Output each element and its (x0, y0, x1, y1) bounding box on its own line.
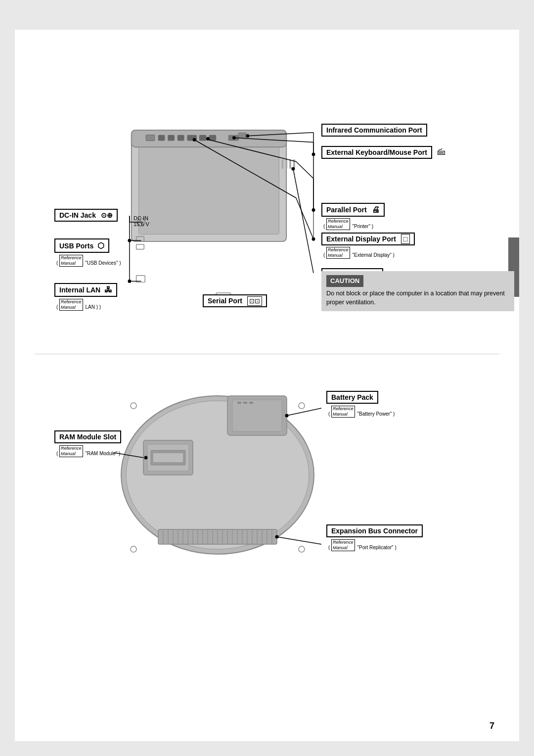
svg-rect-19 (285, 159, 287, 169)
label-usb-container: USB Ports ⬡ ( ReferenceManual "USB Devic… (54, 238, 121, 267)
svg-point-95 (275, 535, 279, 539)
label-serial: Serial Port ⊡⊡ (203, 294, 267, 307)
svg-point-87 (299, 403, 305, 409)
dc-in-text: DC-IN Jack (59, 211, 96, 219)
bottom-diagram-svg (114, 381, 321, 569)
svg-point-32 (312, 152, 315, 156)
caution-title: CAUTION (326, 275, 363, 287)
expansion-ref-text: "Port Replicator" (357, 545, 393, 550)
section-divider (35, 354, 499, 354)
expansion-text: Expansion Bus Connector (331, 527, 418, 535)
ram-text: RAM Module Slot (59, 433, 116, 441)
label-parallel: Parallel Port 🖨 (321, 203, 385, 217)
svg-rect-18 (281, 159, 283, 169)
caution-text: Do not block or place the computer in a … (326, 289, 509, 308)
svg-point-38 (312, 237, 315, 241)
svg-point-26 (232, 136, 236, 140)
keyboard-text: External Keyboard/Mouse Port (326, 148, 427, 156)
battery-text: Battery Pack (331, 393, 373, 401)
ref-icon-usb: ReferenceManual (59, 255, 83, 267)
parallel-ref-note: ( ReferenceManual "Printer" ) (323, 218, 385, 230)
label-infrared: Infrared Communication Port (321, 124, 427, 137)
display-text: External Display Port (326, 235, 396, 243)
usb-text: USB Ports (59, 242, 93, 250)
label-expansion-container: Expansion Bus Connector ( ReferenceManua… (326, 524, 423, 551)
svg-rect-11 (146, 135, 155, 141)
svg-rect-54 (232, 400, 282, 431)
lan-ref-note: ( ReferenceManual LAN ) ) (56, 299, 117, 311)
caution-box: CAUTION Do not block or place the comput… (321, 271, 514, 311)
lan-ref-text: LAN ) (85, 304, 98, 310)
ref-icon-ram: ReferenceManual (59, 445, 83, 457)
svg-rect-57 (249, 402, 253, 404)
ref-icon-display: ReferenceManual (326, 247, 350, 259)
lan-icon: 🖧 (104, 285, 112, 294)
svg-line-90 (287, 408, 321, 416)
lan-text: Internal LAN (59, 286, 100, 294)
page-number: 7 (490, 721, 494, 731)
svg-rect-8 (178, 135, 184, 141)
label-ram-container: RAM Module Slot ( ReferenceManual "RAM M… (54, 430, 121, 457)
label-parallel-container: Parallel Port 🖨 ( ReferenceManual "Print… (321, 203, 385, 230)
parallel-text: Parallel Port (326, 206, 367, 214)
expansion-ref-note: ( ReferenceManual "Port Replicator" ) (328, 539, 423, 551)
svg-line-28 (296, 162, 313, 179)
keyboard-icon: 🖮 (437, 147, 446, 157)
svg-point-41 (291, 167, 295, 171)
svg-point-23 (246, 134, 249, 138)
ref-icon-expansion: ReferenceManual (331, 539, 355, 551)
dc-voltage-label: DC IN15.6 V (134, 215, 149, 227)
label-dc-in: DC-IN Jack ⊙⊕ (54, 209, 118, 222)
display-ref-note: ( ReferenceManual "External Display" ) (323, 247, 415, 259)
label-lan-container: Internal LAN 🖧 ( ReferenceManual LAN ) ) (54, 283, 117, 311)
svg-line-94 (277, 537, 321, 544)
svg-rect-55 (237, 402, 241, 404)
label-keyboard-container: External Keyboard/Mouse Port 🖮 (321, 146, 446, 159)
svg-point-86 (131, 403, 136, 409)
usb-ref-text: "USB Devices" (85, 260, 118, 266)
serial-icon: ⊡⊡ (247, 296, 262, 306)
ram-ref-note: ( ReferenceManual "RAM Module" ) (56, 445, 121, 457)
svg-rect-9 (168, 135, 175, 141)
svg-rect-3 (238, 133, 247, 139)
usb-icon: ⬡ (97, 241, 104, 250)
svg-rect-6 (199, 135, 207, 141)
svg-rect-15 (136, 244, 144, 249)
label-keyboard: External Keyboard/Mouse Port (321, 146, 432, 159)
svg-point-91 (285, 414, 289, 418)
label-display-container: External Display Port □ ( ReferenceManua… (321, 233, 415, 259)
ref-icon-parallel: ReferenceManual (326, 218, 350, 230)
dc-in-icon: ⊙⊕ (101, 211, 113, 219)
battery-ref-note: ( ReferenceManual "Battery Power" ) (328, 406, 395, 418)
label-battery-container: Battery Pack ( ReferenceManual "Battery … (326, 391, 395, 418)
display-ref-text: "External Display" (352, 252, 391, 258)
infrared-text: Infrared Communication Port (326, 126, 422, 134)
label-expansion: Expansion Bus Connector (326, 524, 423, 537)
svg-line-39 (296, 198, 313, 239)
label-usb: USB Ports ⬡ (54, 238, 109, 253)
parallel-ref-text: "Printer" (352, 224, 370, 229)
label-display: External Display Port □ (321, 233, 415, 245)
ref-icon-battery: ReferenceManual (331, 406, 355, 418)
label-infrared-container: Infrared Communication Port (321, 124, 427, 137)
ram-ref-text: "RAM Module" (85, 451, 117, 456)
svg-line-40 (293, 169, 313, 273)
svg-point-93 (144, 456, 148, 460)
label-serial-container: Serial Port ⊡⊡ (203, 294, 267, 307)
usb-ref-note: ( ReferenceManual "USB Devices" ) (56, 255, 121, 267)
svg-point-36 (193, 138, 196, 142)
svg-point-89 (299, 546, 305, 552)
label-battery: Battery Pack (326, 391, 378, 404)
top-section: DC-IN Jack ⊙⊕ DC IN15.6 V USB Ports ⬡ ( … (35, 69, 499, 327)
page-content: DC-IN Jack ⊙⊕ DC IN15.6 V USB Ports ⬡ ( … (15, 30, 519, 741)
svg-point-88 (131, 546, 136, 552)
svg-rect-56 (243, 402, 247, 404)
serial-text: Serial Port (208, 297, 242, 305)
svg-rect-61 (153, 453, 183, 462)
ref-icon-lan: ReferenceManual (59, 299, 83, 311)
svg-rect-10 (158, 135, 165, 141)
label-lan: Internal LAN 🖧 (54, 283, 117, 297)
bottom-section: Battery Pack ( ReferenceManual "Battery … (35, 366, 499, 579)
battery-ref-text: "Battery Power" (357, 411, 392, 417)
display-icon: □ (401, 234, 410, 244)
